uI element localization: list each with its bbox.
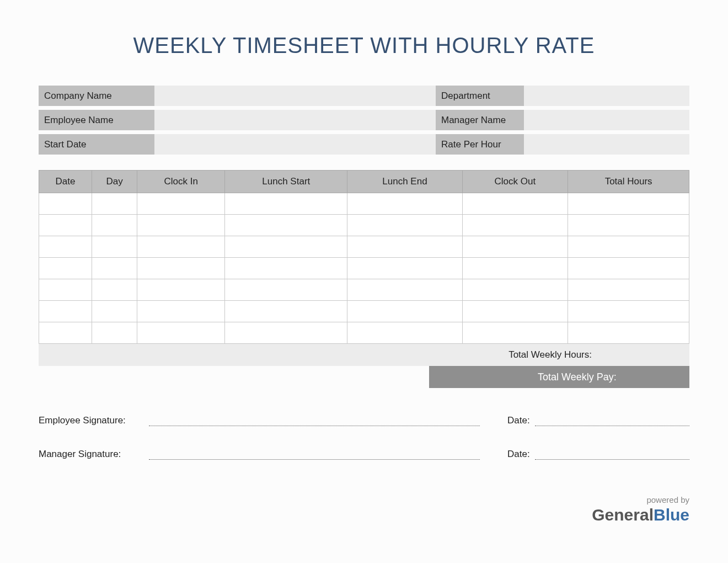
table-cell[interactable]: [137, 301, 225, 322]
table-header: Clock In: [137, 171, 225, 193]
table-cell[interactable]: [137, 236, 225, 258]
table-cell[interactable]: [137, 193, 225, 215]
manager-name-label: Manager Name: [436, 110, 524, 130]
company-name-field[interactable]: [154, 86, 436, 106]
table-cell[interactable]: [92, 258, 137, 279]
table-row: [39, 279, 689, 301]
table-cell[interactable]: [462, 279, 568, 301]
table-cell[interactable]: [225, 322, 347, 344]
table-header: Clock Out: [462, 171, 568, 193]
table-cell[interactable]: [92, 301, 137, 322]
table-cell[interactable]: [92, 279, 137, 301]
table-cell[interactable]: [347, 193, 462, 215]
table-cell[interactable]: [39, 215, 92, 236]
table-cell[interactable]: [39, 236, 92, 258]
table-cell[interactable]: [225, 279, 347, 301]
brand-logo: GeneralBlue: [592, 506, 689, 524]
employee-date-label: Date:: [507, 415, 535, 426]
table-cell[interactable]: [462, 193, 568, 215]
table-cell[interactable]: [92, 193, 137, 215]
table-row: [39, 301, 689, 322]
table-cell[interactable]: [137, 279, 225, 301]
table-cell[interactable]: [568, 193, 689, 215]
table-row: [39, 322, 689, 344]
table-cell[interactable]: [92, 236, 137, 258]
table-row: [39, 236, 689, 258]
rate-per-hour-field[interactable]: [524, 134, 689, 155]
table-cell[interactable]: [92, 215, 137, 236]
department-label: Department: [436, 86, 524, 106]
table-cell[interactable]: [462, 236, 568, 258]
manager-name-field[interactable]: [524, 110, 689, 130]
table-header: Lunch End: [347, 171, 462, 193]
info-block: Company Name Department Employee Name Ma…: [39, 86, 689, 155]
table-cell[interactable]: [568, 322, 689, 344]
table-cell[interactable]: [225, 215, 347, 236]
table-cell[interactable]: [347, 236, 462, 258]
table-cell[interactable]: [137, 322, 225, 344]
total-weekly-pay-label: Total Weekly Pay:: [429, 371, 617, 383]
table-cell[interactable]: [462, 322, 568, 344]
table-header: Date: [39, 171, 92, 193]
table-cell[interactable]: [568, 279, 689, 301]
employee-signature-line[interactable]: [149, 415, 480, 426]
table-row: [39, 215, 689, 236]
footer: powered by GeneralBlue: [592, 495, 689, 524]
table-header: Day: [92, 171, 137, 193]
manager-date-line[interactable]: [535, 448, 689, 460]
table-cell[interactable]: [39, 301, 92, 322]
manager-signature-label: Manager Signature:: [39, 449, 149, 460]
table-cell[interactable]: [225, 236, 347, 258]
start-date-label: Start Date: [39, 134, 154, 155]
table-header: Lunch Start: [225, 171, 347, 193]
table-cell[interactable]: [39, 258, 92, 279]
table-cell[interactable]: [225, 258, 347, 279]
powered-by-label: powered by: [592, 495, 689, 504]
department-field[interactable]: [524, 86, 689, 106]
timesheet-table: DateDayClock InLunch StartLunch EndClock…: [39, 170, 689, 344]
table-cell[interactable]: [568, 258, 689, 279]
table-row: [39, 258, 689, 279]
table-row: [39, 193, 689, 215]
table-header: Total Hours: [568, 171, 689, 193]
table-cell[interactable]: [568, 215, 689, 236]
rate-per-hour-label: Rate Per Hour: [436, 134, 524, 155]
employee-date-line[interactable]: [535, 415, 689, 426]
table-cell[interactable]: [225, 301, 347, 322]
table-cell[interactable]: [39, 193, 92, 215]
employee-name-label: Employee Name: [39, 110, 154, 130]
table-cell[interactable]: [39, 279, 92, 301]
total-weekly-hours-row: Total Weekly Hours:: [39, 344, 689, 366]
table-cell[interactable]: [347, 279, 462, 301]
table-cell[interactable]: [462, 301, 568, 322]
company-name-label: Company Name: [39, 86, 154, 106]
table-cell[interactable]: [462, 215, 568, 236]
table-cell[interactable]: [347, 215, 462, 236]
table-cell[interactable]: [225, 193, 347, 215]
page-title: WEEKLY TIMESHEET WITH HOURLY RATE: [39, 33, 689, 58]
table-cell[interactable]: [568, 301, 689, 322]
table-cell[interactable]: [92, 322, 137, 344]
total-weekly-hours-label: Total Weekly Hours:: [39, 349, 592, 360]
table-cell[interactable]: [137, 215, 225, 236]
employee-name-field[interactable]: [154, 110, 436, 130]
table-cell[interactable]: [347, 258, 462, 279]
table-cell[interactable]: [39, 322, 92, 344]
table-cell[interactable]: [462, 258, 568, 279]
table-cell[interactable]: [347, 322, 462, 344]
manager-date-label: Date:: [507, 449, 535, 460]
table-cell[interactable]: [347, 301, 462, 322]
manager-signature-line[interactable]: [149, 448, 480, 460]
start-date-field[interactable]: [154, 134, 436, 155]
total-weekly-pay-row: Total Weekly Pay:: [39, 366, 689, 388]
table-cell[interactable]: [568, 236, 689, 258]
table-cell[interactable]: [137, 258, 225, 279]
employee-signature-label: Employee Signature:: [39, 415, 149, 426]
